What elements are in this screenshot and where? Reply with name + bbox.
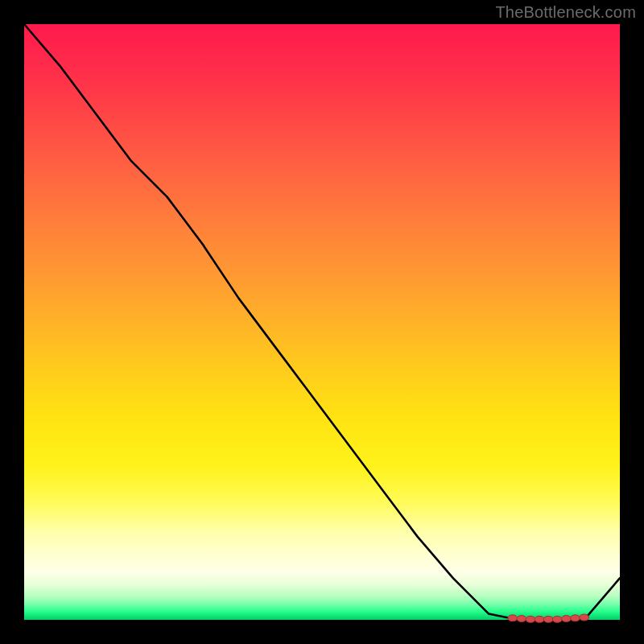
plot-area <box>24 24 620 620</box>
watermark-text: TheBottleneck.com <box>495 3 636 22</box>
data-marker <box>561 616 571 622</box>
data-marker <box>526 616 535 622</box>
data-marker <box>571 615 580 621</box>
chart-container: TheBottleneck.com <box>0 0 644 644</box>
data-marker <box>543 616 553 622</box>
data-marker <box>535 616 544 622</box>
data-marker <box>552 616 562 622</box>
chart-line <box>24 24 620 620</box>
data-marker <box>580 614 589 621</box>
data-marker <box>508 615 518 621</box>
chart-svg <box>24 24 620 620</box>
data-marker <box>517 616 526 622</box>
marker-group <box>508 614 589 622</box>
